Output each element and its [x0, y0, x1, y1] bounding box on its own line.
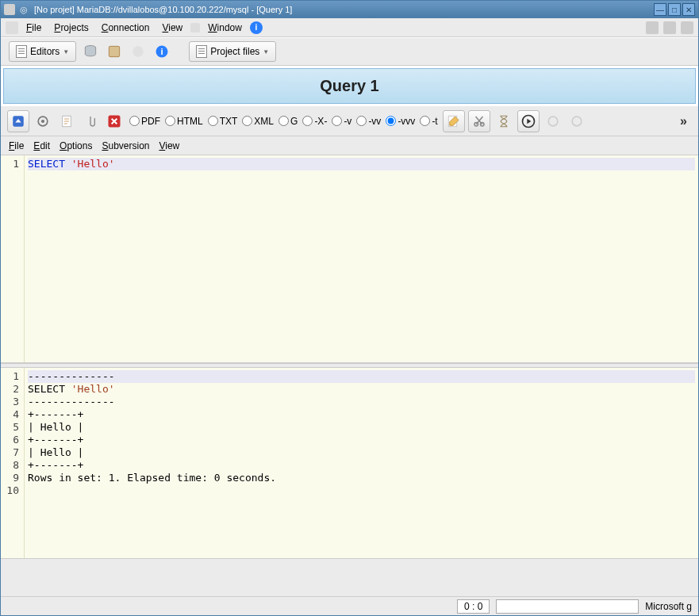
- editor-menu-file[interactable]: File: [9, 140, 24, 151]
- format-radio-vvv[interactable]: -vvv: [384, 116, 417, 127]
- info-icon[interactable]: i: [250, 21, 263, 34]
- menu-file[interactable]: File: [21, 21, 46, 35]
- delete-icon[interactable]: [104, 111, 125, 132]
- query-tab-header: Query 1: [3, 68, 696, 104]
- output-text[interactable]: --------------SELECT 'Hello'------------…: [25, 368, 698, 558]
- menu-window[interactable]: Window: [203, 21, 247, 35]
- toolbar-secondary: PDFHTMLTXTXMLG-X--v-vv-vvv-t »: [1, 106, 698, 136]
- format-radio-pdf[interactable]: PDF: [128, 116, 162, 127]
- app-icon: [4, 4, 15, 15]
- format-label: PDF: [141, 116, 160, 127]
- format-label: -vvv: [398, 116, 415, 127]
- database-icon[interactable]: [81, 42, 100, 61]
- editor-menu-subversion[interactable]: Subversion: [102, 140, 149, 151]
- toolbar-icon-2[interactable]: [663, 21, 676, 34]
- format-radio-html[interactable]: HTML: [163, 116, 205, 127]
- edit-button[interactable]: [443, 110, 465, 132]
- project-files-dropdown[interactable]: Project files ▼: [189, 41, 276, 62]
- format-radio-xml[interactable]: XML: [240, 116, 275, 127]
- format-label: HTML: [177, 116, 203, 127]
- chevron-down-icon: ▼: [63, 48, 69, 55]
- gear-faded-icon[interactable]: [543, 111, 563, 132]
- editor-menubar: File Edit Options Subversion View: [1, 136, 698, 155]
- titlebar: ◎ [No projet] MariaDB://dvillalobos@10.1…: [1, 1, 698, 18]
- overflow-button[interactable]: »: [675, 114, 692, 128]
- hourglass-icon[interactable]: [494, 111, 514, 132]
- window-controls: — □ ✕: [654, 3, 695, 16]
- cut-button[interactable]: [468, 110, 490, 132]
- toolbar-icon-1[interactable]: [646, 21, 659, 34]
- svg-point-14: [548, 117, 558, 126]
- format-label: TXT: [220, 116, 238, 127]
- title-text: [No projet] MariaDB://dvillalobos@10.100…: [34, 5, 654, 14]
- info-button[interactable]: i: [152, 42, 171, 61]
- disk-icon[interactable]: [105, 42, 124, 61]
- output-panel: 12345678910 --------------SELECT 'Hello'…: [1, 368, 698, 558]
- status-input[interactable]: [496, 599, 639, 614]
- format-label: -t: [432, 116, 437, 127]
- statusbar: 0 : 0 Microsoft g: [1, 596, 698, 615]
- editor-menu-edit[interactable]: Edit: [33, 140, 50, 151]
- svg-text:i: i: [161, 46, 163, 56]
- menu-view[interactable]: View: [157, 21, 187, 35]
- format-label: -vv: [368, 116, 381, 127]
- format-label: G: [290, 116, 298, 127]
- run-button[interactable]: [517, 110, 540, 132]
- cursor-position: 0 : 0: [457, 599, 490, 614]
- format-radio-v[interactable]: -v: [330, 116, 353, 127]
- format-radio-x[interactable]: -X-: [301, 116, 328, 127]
- close-button[interactable]: ✕: [682, 3, 695, 16]
- format-radio-group: PDFHTMLTXTXMLG-X--v-vv-vvv-t: [128, 116, 440, 127]
- svg-point-15: [572, 117, 582, 126]
- svg-rect-1: [109, 46, 120, 56]
- editor-menu-options[interactable]: Options: [60, 140, 92, 151]
- page-icon[interactable]: [56, 111, 77, 132]
- attach-icon[interactable]: [80, 111, 101, 132]
- editors-label: Editors: [30, 46, 60, 57]
- format-label: -X-: [314, 116, 327, 127]
- maximize-button[interactable]: □: [668, 3, 681, 16]
- gear-icon[interactable]: [33, 111, 53, 132]
- toolbar-primary: Editors ▼ i Project files ▼: [1, 37, 698, 66]
- format-radio-txt[interactable]: TXT: [206, 116, 240, 127]
- pin-icon[interactable]: ◎: [18, 4, 29, 15]
- bottom-spacer: [1, 558, 698, 596]
- project-files-label: Project files: [210, 46, 259, 57]
- document-icon: [16, 45, 27, 58]
- editor-menu-view[interactable]: View: [159, 140, 179, 151]
- format-radio-g[interactable]: G: [277, 116, 299, 127]
- editors-dropdown[interactable]: Editors ▼: [9, 41, 76, 62]
- format-radio-t[interactable]: -t: [418, 116, 439, 127]
- editor-gutter: 1: [1, 155, 25, 362]
- format-label: XML: [254, 116, 274, 127]
- toolbar-icon-3[interactable]: [681, 21, 693, 34]
- menu-connection[interactable]: Connection: [97, 21, 155, 35]
- faded-icon[interactable]: [129, 42, 148, 61]
- chevron-down-icon: ▼: [263, 48, 269, 55]
- small-icon: [190, 23, 200, 33]
- editor-code[interactable]: SELECT 'Hello': [25, 155, 698, 362]
- app-window: ◎ [No projet] MariaDB://dvillalobos@10.1…: [0, 0, 699, 616]
- sql-editor[interactable]: 1 SELECT 'Hello': [1, 155, 698, 363]
- output-gutter: 12345678910: [1, 368, 25, 558]
- app-menu-icon[interactable]: [6, 21, 18, 34]
- minimize-button[interactable]: —: [654, 3, 666, 16]
- menu-projects[interactable]: Projects: [49, 21, 93, 35]
- document-icon: [196, 45, 207, 58]
- font-label: Microsoft g: [645, 601, 692, 612]
- gear-faded2-icon[interactable]: [566, 111, 587, 132]
- home-button[interactable]: [7, 110, 29, 132]
- format-radio-vv[interactable]: -vv: [355, 116, 382, 127]
- main-menubar: File Projects Connection View Window i: [1, 18, 698, 37]
- svg-point-7: [41, 119, 44, 122]
- svg-point-2: [133, 46, 144, 56]
- format-label: -v: [344, 116, 351, 127]
